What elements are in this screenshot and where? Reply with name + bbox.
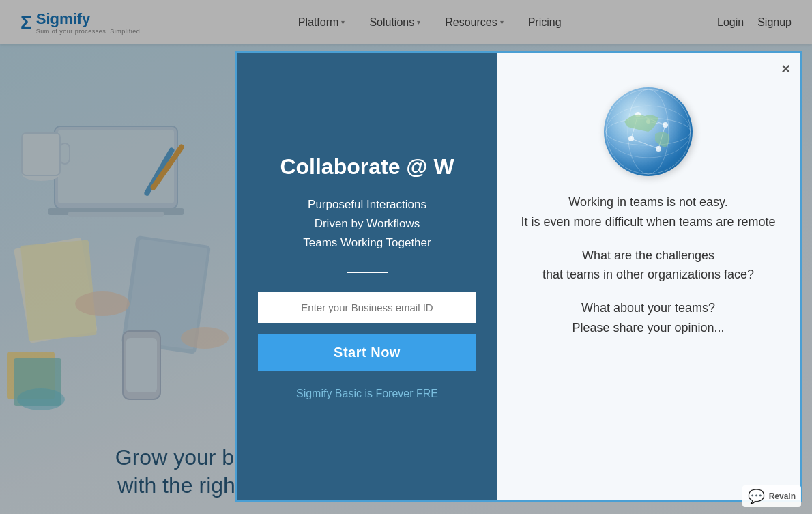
- right-text-1: Working in teams is not easy. It is even…: [521, 192, 776, 232]
- close-button[interactable]: ×: [781, 60, 790, 78]
- modal: Collaborate @ W Purposeful Interactions …: [235, 51, 802, 502]
- modal-bullet-2: Driven by Workflows: [315, 217, 420, 231]
- globe-svg: [604, 87, 693, 176]
- revain-badge[interactable]: 💬 Revain: [742, 485, 801, 507]
- modal-divider: [347, 272, 388, 273]
- globe-icon: [604, 87, 693, 176]
- revain-icon: 💬: [748, 488, 765, 504]
- free-plan-text: Sigmify Basic is Forever FRE: [296, 388, 438, 400]
- svg-line-32: [631, 139, 658, 149]
- modal-right-panel: ×: [497, 53, 800, 500]
- right-question-1: What are the challenges that teams in ot…: [542, 246, 754, 285]
- modal-bullet-3: Teams Working Together: [303, 236, 431, 250]
- email-input[interactable]: [258, 292, 476, 323]
- revain-label: Revain: [769, 491, 796, 501]
- modal-title: Collaborate @ W: [280, 153, 454, 182]
- start-now-button[interactable]: Start Now: [258, 334, 476, 371]
- modal-left-panel: Collaborate @ W Purposeful Interactions …: [237, 53, 497, 500]
- modal-bullets: Purposeful Interactions Driven by Workfl…: [303, 198, 431, 250]
- modal-bullet-1: Purposeful Interactions: [308, 198, 426, 212]
- right-cta-text: What about your teams? Please share your…: [572, 298, 724, 338]
